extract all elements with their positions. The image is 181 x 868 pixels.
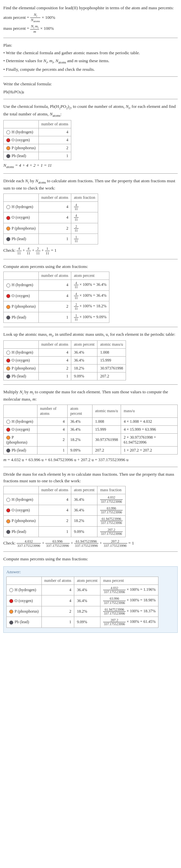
massu-cell: 4 × 15.999 = 63.996 (121, 425, 178, 433)
fraction-denominator: m (30, 29, 39, 33)
fraction: 63.996337.175523996 (45, 539, 70, 548)
divider (3, 467, 178, 467)
table-row: Pb (lead)1 (4, 152, 71, 160)
number-cell: 4 (38, 505, 71, 516)
col-header-number: number of atoms (38, 193, 71, 202)
col-header-percent: atom percent (71, 341, 97, 349)
element-cell: Pb (lead) (4, 152, 39, 160)
atom-frac-table: number of atomsatom fraction H (hydrogen… (3, 193, 98, 245)
atom-pct-section: Compute atom percents using the atom fra… (3, 263, 178, 323)
col-header-massu: mass/u (121, 405, 178, 417)
element-swatch (6, 316, 10, 319)
number-cell: 4 (37, 417, 67, 425)
fraction: 61.947523996337.175523996 (103, 608, 126, 615)
plan-section: Plan: • Write the chemical formula and g… (3, 42, 178, 73)
fraction-cell: 207.2337.175523996 (98, 526, 126, 537)
atom-frac-check: Check: 411 + 411 + 211 + 111 = 1 (3, 246, 178, 255)
table-row: H (hydrogen)4411 (4, 202, 98, 212)
divider (3, 99, 178, 99)
masspct-cell: 61.947523996337.175523996 × 100% = 18.37… (100, 606, 158, 617)
element-cell: P (phosphorus) (4, 516, 39, 526)
atom-frac-section: Divide each Ni by Natoms to calculate at… (3, 178, 178, 255)
col-header-percent: atom percent (67, 405, 92, 417)
mass-cell: 15.999 (98, 356, 126, 365)
table-row: O (oxygen)436.4%63.996337.175523996 (4, 505, 126, 516)
answer-table: number of atomsatom percentmass percent … (6, 577, 158, 628)
element-swatch (6, 351, 10, 354)
mass-cell: 1.008 (93, 417, 121, 425)
percent-cell: 9.09% (67, 446, 92, 454)
fraction-cell: 211 (71, 223, 98, 234)
number-cell: 1 (38, 312, 71, 322)
percent-cell: 18.2% (67, 433, 92, 446)
col-header-mf: mass fraction (98, 486, 126, 494)
table-row: H (hydrogen)4 (4, 128, 71, 136)
plan-bullet: • Finally, compute the percents and chec… (3, 66, 178, 73)
atom-pct-table: number of atomsatom percent H (hydrogen)… (3, 272, 109, 323)
table-row: H (hydrogen)4411 × 100% = 36.4% (4, 280, 109, 290)
formula-value: Pb(H₂PO₂)₂ (3, 89, 178, 95)
mass-cell: 207.2 (98, 372, 126, 380)
col-header-percent: atom percent (71, 272, 109, 280)
count-section: Use the chemical formula, Pb(H2PO2)2, to… (3, 103, 178, 169)
fraction: 63.996337.175523996 (103, 597, 126, 604)
divider (3, 259, 178, 259)
table-row: O (oxygen)4 (4, 136, 71, 144)
fraction-numerator: Ni mi (30, 24, 39, 29)
element-cell: H (hydrogen) (4, 280, 39, 290)
number-cell: 4 (38, 349, 71, 356)
masspct-cell: 4.032337.175523996 × 100% = 1.196% (100, 585, 158, 595)
percent-cell: 9.09% (74, 617, 100, 627)
element-swatch (6, 138, 10, 142)
col-header-mass: atomic mass/u (98, 341, 126, 349)
mass-percent-fraction: Ni mi m (30, 24, 39, 33)
table-row: H (hydrogen)436.4%1.008 (4, 349, 126, 356)
fraction: 207.2337.175523996 (100, 528, 123, 535)
element-swatch (6, 498, 10, 502)
element-cell: O (oxygen) (4, 136, 39, 144)
fraction-cell: 111 (71, 234, 98, 244)
divider (3, 327, 178, 327)
number-cell: 2 (42, 606, 74, 617)
number-cell: 2 (38, 516, 71, 526)
element-cell: P (phosphorus) (4, 301, 39, 312)
table-row: P (phosphorus)218.2%61.947523996337.1755… (4, 516, 126, 526)
element-cell: O (oxygen) (4, 356, 39, 365)
fraction: 211 (74, 225, 79, 232)
fraction: 411 (74, 214, 79, 221)
element-swatch (6, 216, 10, 220)
element-cell: O (oxygen) (4, 212, 39, 223)
element-cell: O (oxygen) (7, 595, 42, 606)
mass-pct-text: Compute mass percents using the mass fra… (3, 556, 178, 562)
number-cell: 2 (38, 144, 71, 152)
number-cell: 1 (38, 152, 71, 160)
table-row: H (hydrogen)436.4%1.0084 × 1.008 = 4.032 (4, 417, 178, 425)
number-cell: 2 (38, 223, 71, 234)
element-swatch (6, 146, 10, 150)
element-cell: H (hydrogen) (4, 128, 39, 136)
answer-label: Answer: (6, 569, 175, 575)
mol-mass-text: Multiply Ni by mi to compute the mass fo… (3, 389, 178, 403)
fraction-denominator: Natoms (30, 18, 41, 23)
table-row: H (hydrogen)436.4%4.032337.175523996 (4, 494, 126, 505)
element-swatch (6, 237, 10, 241)
element-swatch (6, 436, 10, 440)
number-cell: 4 (38, 202, 71, 212)
number-cell: 4 (38, 290, 71, 301)
fraction: 4.032337.175523996 (100, 496, 123, 503)
number-cell: 1 (42, 617, 74, 627)
percent-cell: 36.4% (74, 595, 100, 606)
atom-frac-text: Divide each Ni by Natoms to calculate at… (3, 178, 178, 191)
element-swatch (9, 599, 13, 603)
fraction: 411 (74, 292, 79, 300)
element-cell: P (phosphorus) (4, 365, 39, 372)
percent-cell: 18.2% (71, 365, 97, 372)
divider (3, 76, 178, 77)
mol-mass-section: Multiply Ni by mi to compute the mass fo… (3, 389, 178, 463)
element-swatch (6, 519, 10, 523)
number-cell: 1 (38, 234, 71, 244)
fraction-cell: 4.032337.175523996 (98, 494, 126, 505)
table-row: O (oxygen)436.4%15.9994 × 15.999 = 63.99… (4, 425, 178, 433)
fraction: 111 (74, 235, 79, 243)
element-swatch (6, 205, 10, 209)
